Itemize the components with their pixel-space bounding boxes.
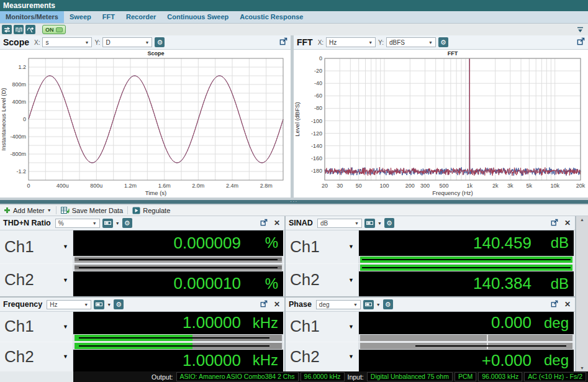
thdn-display-mode-button[interactable] xyxy=(102,219,113,228)
sinad-ch2-row: Ch2 ▼ 140.384 dB xyxy=(286,264,575,297)
phase-popout-icon[interactable] xyxy=(551,299,558,310)
scroll-down-icon[interactable]: ▼ xyxy=(580,366,584,370)
sinad-settings-gear-icon[interactable]: ⚙ xyxy=(384,218,394,228)
scope-popout-icon[interactable] xyxy=(279,37,287,48)
output-rate-badge[interactable]: 96.0000 kHz xyxy=(301,372,345,381)
sinad-popout-icon[interactable] xyxy=(551,217,558,229)
fft-plot[interactable]: 2030501002003005001k2k3k5k10k20k0-20-40-… xyxy=(294,50,588,198)
sinad-unit-select[interactable]: dB▼ xyxy=(317,219,362,228)
scope-x-units-select[interactable]: s▼ xyxy=(42,37,92,47)
frequency-unit-select[interactable]: Hz▼ xyxy=(47,300,91,309)
thdn-popout-icon[interactable] xyxy=(260,217,268,229)
phase-ch2-selector[interactable]: Ch2 ▼ xyxy=(286,342,359,372)
scope-settings-gear-icon[interactable]: ⚙ xyxy=(155,37,165,47)
svg-text:1k: 1k xyxy=(467,183,473,189)
fft-x-units-select[interactable]: Hz▼ xyxy=(326,37,376,47)
thdn-close-icon[interactable]: ✕ xyxy=(274,219,280,227)
fft-settings-gear-icon[interactable]: ⚙ xyxy=(438,37,448,47)
input-format-badge[interactable]: PCM xyxy=(455,372,476,381)
phase-ch1-row: Ch1 ▼ 0.000 deg xyxy=(286,312,575,342)
chevron-down-icon[interactable]: ▼ xyxy=(378,221,382,225)
scope-plot[interactable]: 0400u800u1.2m1.6m2.0m2.4m2.8m1.2800m400m… xyxy=(0,50,291,198)
meter-toolbar: Add Meter ▼ Save Meter Data Regulate xyxy=(0,205,588,216)
input-connector-badge[interactable]: Digital Unbalanced 75 ohm xyxy=(367,372,453,381)
plots-meters-splitter[interactable]: ∙∙∙ xyxy=(0,198,588,205)
sinad-close-icon[interactable]: ✕ xyxy=(564,219,571,227)
sinad-display-mode-button[interactable] xyxy=(364,219,375,228)
svg-text:2.8m: 2.8m xyxy=(260,183,273,189)
frequency-close-icon[interactable]: ✕ xyxy=(274,300,280,309)
phase-settings-gear-icon[interactable]: ⚙ xyxy=(383,299,393,309)
svg-text:-160: -160 xyxy=(311,155,322,161)
phase-ch1-bar-meter xyxy=(359,334,574,342)
frequency-ch2-selector[interactable]: Ch2 ▼ xyxy=(0,342,73,372)
chevron-down-icon: ▼ xyxy=(355,221,359,225)
chevron-down-icon[interactable]: ▼ xyxy=(107,302,111,307)
phase-meter-panel: Phase deg▼ ▼ ⚙ ✕ Ch1 ▼ xyxy=(286,298,575,371)
sinad-meter-panel: SINAD dB▼ ▼ ⚙ ✕ Ch1 ▼ xyxy=(286,216,575,296)
io-transfer-icon[interactable] xyxy=(2,25,12,34)
input-rate-badge[interactable]: 96.0003 kHz xyxy=(478,372,522,381)
phase-ch1-selector[interactable]: Ch1 ▼ xyxy=(286,312,359,342)
frequency-ch1-selector[interactable]: Ch1 ▼ xyxy=(0,312,73,342)
thdn-ch1-bar-meter xyxy=(73,256,283,263)
sinad-ch2-selector[interactable]: Ch2 ▼ xyxy=(286,264,359,297)
sinad-title: SINAD xyxy=(289,219,313,227)
chevron-down-icon: ▼ xyxy=(145,40,149,45)
frequency-ch2-row: Ch2 ▼ 1.00000 kHz xyxy=(0,342,284,372)
sinad-ch1-selector[interactable]: Ch1 ▼ xyxy=(286,230,359,263)
frequency-popout-icon[interactable] xyxy=(260,299,268,310)
tab-fft[interactable]: FFT xyxy=(97,11,120,23)
regulate-button[interactable]: Regulate xyxy=(130,207,172,214)
thdn-ch1-row: Ch1 ▼ 0.000009 % xyxy=(0,230,284,264)
frequency-settings-gear-icon[interactable]: ⚙ xyxy=(114,299,124,309)
tab-sweep[interactable]: Sweep xyxy=(64,11,97,23)
add-meter-button[interactable]: Add Meter ▼ xyxy=(2,207,53,214)
sinad-ch1-bar-meter xyxy=(359,256,574,263)
add-monitor-icon[interactable] xyxy=(25,25,35,34)
fft-x-label: X: xyxy=(318,39,323,46)
thdn-ch2-selector[interactable]: Ch2 ▼ xyxy=(0,264,73,297)
fft-y-units-select[interactable]: dBFS▼ xyxy=(386,37,436,47)
phase-display-mode-button[interactable] xyxy=(363,300,374,309)
frequency-display-mode-button[interactable] xyxy=(94,300,104,309)
thdn-header: THD+N Ratio %▼ ▼ ⚙ ✕ xyxy=(0,216,284,230)
tab-monitors-meters[interactable]: Monitors/Meters xyxy=(0,11,64,23)
fft-popout-icon[interactable] xyxy=(577,37,585,48)
input-filter-badge[interactable]: AC (<10 Hz) - Fs/2 xyxy=(524,372,586,381)
collapse-panel-icon[interactable] xyxy=(577,24,584,35)
scope-y-units-select[interactable]: D▼ xyxy=(102,37,152,47)
square-wave-monitor-icon[interactable] xyxy=(14,25,24,34)
chevron-down-icon: ▼ xyxy=(368,40,373,45)
thdn-unit-select[interactable]: %▼ xyxy=(55,219,100,228)
phase-close-icon[interactable]: ✕ xyxy=(564,300,571,309)
chevron-down-icon[interactable]: ▼ xyxy=(376,302,381,307)
svg-text:50: 50 xyxy=(356,183,362,189)
frequency-title: Frequency xyxy=(3,300,42,309)
scope-panel: Scope X: s▼ Y: D▼ ⚙ 0400u800u1.2m1.6m2.0… xyxy=(0,35,291,198)
meters-grid: THD+N Ratio %▼ ▼ ⚙ ✕ Ch1 ▼ xyxy=(0,216,588,371)
save-meter-data-button[interactable]: Save Meter Data xyxy=(59,207,125,214)
phase-ch2-readout: +0.000 deg xyxy=(359,350,574,372)
thdn-ch2-readout: 0.000010 % xyxy=(73,271,283,297)
meters-scrollbar[interactable]: ▲ ▼ xyxy=(576,216,588,371)
tab-acoustic-response[interactable]: Acoustic Response xyxy=(234,11,309,23)
svg-text:0: 0 xyxy=(319,55,322,61)
chevron-down-icon: ▼ xyxy=(348,353,354,360)
output-device-badge[interactable]: ASIO: Amanero ASIO Combo384 2 Chs xyxy=(176,372,299,381)
chevron-down-icon: ▼ xyxy=(47,208,52,212)
thdn-settings-gear-icon[interactable]: ⚙ xyxy=(122,218,132,228)
scroll-up-icon[interactable]: ▲ xyxy=(580,217,584,222)
generator-on-toggle[interactable]: ON xyxy=(42,25,66,34)
thdn-ch1-selector[interactable]: Ch1 ▼ xyxy=(0,230,73,263)
save-table-icon xyxy=(61,207,70,214)
phase-unit-select[interactable]: deg▼ xyxy=(316,300,361,309)
tab-continuous-sweep[interactable]: Continuous Sweep xyxy=(161,11,234,23)
monitor-toolbar: ON xyxy=(0,24,588,35)
svg-text:2k: 2k xyxy=(492,183,499,189)
splitter-grip-icon: ∙∙∙ xyxy=(0,200,588,204)
chevron-down-icon: ▼ xyxy=(63,243,68,250)
chevron-down-icon[interactable]: ▼ xyxy=(115,221,120,225)
plus-icon xyxy=(4,207,11,214)
tab-recorder[interactable]: Recorder xyxy=(120,11,161,23)
